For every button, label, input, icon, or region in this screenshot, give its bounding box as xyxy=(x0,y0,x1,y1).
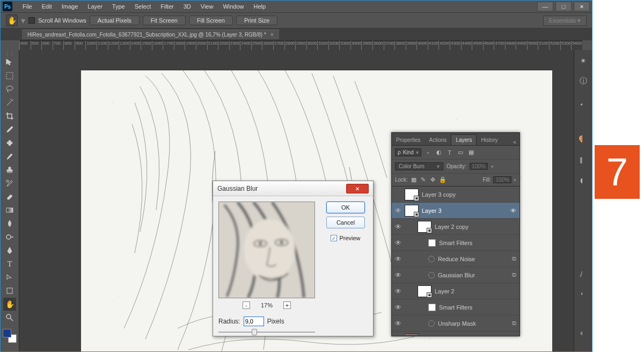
panel-tab-layers[interactable]: Layers xyxy=(451,134,477,145)
toolbar-grip-icon[interactable]: ⋮⋮ xyxy=(5,51,14,55)
lasso-tool-icon[interactable] xyxy=(3,83,16,96)
filter-edit-icon[interactable]: ⧉ xyxy=(512,255,516,262)
lock-pixels-icon[interactable]: ✎ xyxy=(420,176,427,184)
cancel-button[interactable]: Cancel xyxy=(326,217,365,228)
layer-row[interactable]: 👁▣Layer 2 copy xyxy=(392,219,519,235)
layer-row[interactable]: 👁Unsharp Mask⧉ xyxy=(392,315,519,332)
hand-tool-icon[interactable]: ✋ xyxy=(6,15,18,26)
wand-tool-icon[interactable] xyxy=(3,96,16,109)
zoom-out-button[interactable]: - xyxy=(243,301,250,309)
layer-row[interactable]: 👁Smart Filters xyxy=(392,235,519,251)
visibility-toggle-icon[interactable]: 👁 xyxy=(392,320,405,327)
hand-tool[interactable]: ✋ xyxy=(3,298,16,311)
layer-thumbnail[interactable]: ▣ xyxy=(418,221,431,233)
layer-thumbnail[interactable]: ▣ xyxy=(405,189,419,200)
visibility-toggle-icon[interactable]: 👁 xyxy=(392,239,405,247)
close-button[interactable]: × xyxy=(574,2,590,11)
type-tool-icon[interactable]: T xyxy=(3,257,16,270)
visibility-toggle-icon[interactable]: 👁 xyxy=(392,207,405,214)
filter-kind-select[interactable]: ρ Kind ▾ xyxy=(395,148,421,156)
lock-position-icon[interactable]: ✥ xyxy=(429,176,437,184)
lock-all-icon[interactable]: 🔒 xyxy=(439,176,447,184)
gradient-tool-icon[interactable] xyxy=(3,204,16,217)
dialog-preview[interactable] xyxy=(218,202,315,298)
zoom-in-button[interactable]: + xyxy=(283,301,291,309)
filter-edit-icon[interactable]: ⧉ xyxy=(512,271,516,278)
menu-view[interactable]: View xyxy=(196,2,218,11)
layer-name[interactable]: Layer 3 copy xyxy=(422,191,516,198)
document-tab[interactable]: HiRes_andreaxt_Fotolia.com_Fotolia_63677… xyxy=(22,30,279,39)
ok-button[interactable]: OK xyxy=(326,202,365,213)
layer-row[interactable]: 👁▣Layer 3👁 xyxy=(392,203,519,219)
layers-panel[interactable]: PropertiesActionsLayersHistory« ρ Kind ▾… xyxy=(391,132,520,336)
visibility-toggle-icon[interactable]: 👁 xyxy=(392,255,405,263)
preview-checkbox-row[interactable]: ✓ Preview xyxy=(331,235,360,241)
eyedropper-tool-icon[interactable] xyxy=(3,123,16,136)
visibility-icon[interactable]: 👁 xyxy=(510,207,516,214)
radius-input[interactable] xyxy=(244,317,264,326)
lock-transparency-icon[interactable]: ▩ xyxy=(410,176,418,184)
layer-name[interactable]: Reduce Noise xyxy=(438,256,512,262)
layer-row[interactable]: 👁Reduce Noise⧉ xyxy=(392,251,519,267)
panel-close-icon[interactable]: « xyxy=(510,139,519,145)
opacity-field[interactable]: 100% xyxy=(470,163,488,170)
filter-shape-icon[interactable]: ▭ xyxy=(457,149,464,156)
print-size-button[interactable]: Print Size xyxy=(236,16,277,25)
menu-help[interactable]: Help xyxy=(249,2,271,11)
visibility-toggle-icon[interactable]: 👁 xyxy=(392,271,405,279)
fill-screen-button[interactable]: Fill Screen xyxy=(189,16,233,25)
layer-name[interactable]: Smart Filters xyxy=(439,304,516,311)
layer-row[interactable]: 👁▣Layer 2 xyxy=(392,283,519,299)
pen-tool-icon[interactable] xyxy=(3,244,16,257)
stamp-tool-icon[interactable] xyxy=(3,163,16,176)
shape-tool-icon[interactable] xyxy=(3,284,16,297)
panel-tab-history[interactable]: History xyxy=(477,135,502,145)
slider-thumb[interactable] xyxy=(252,329,257,335)
path-select-tool-icon[interactable] xyxy=(3,271,16,284)
layer-row[interactable]: 👁Layer 1 xyxy=(392,332,519,335)
filter-pixel-icon[interactable]: ▫ xyxy=(425,149,432,156)
layer-name[interactable]: Layer 2 copy xyxy=(435,224,516,230)
layer-thumbnail[interactable] xyxy=(405,334,419,335)
layer-row[interactable]: 👁Smart Filters xyxy=(392,299,519,315)
layer-row[interactable]: ▣Layer 3 copy xyxy=(392,186,519,203)
history-brush-tool-icon[interactable] xyxy=(3,177,16,190)
preview-checkbox[interactable]: ✓ xyxy=(331,235,337,241)
visibility-toggle-icon[interactable]: 👁 xyxy=(392,223,405,231)
zoom-tool-icon[interactable] xyxy=(3,311,16,324)
crop-tool-icon[interactable] xyxy=(3,110,16,123)
layer-thumbnail[interactable]: ▣ xyxy=(405,205,419,217)
panel-tab-actions[interactable]: Actions xyxy=(425,135,451,145)
workspace-selector[interactable]: Essentials ▾ xyxy=(543,16,587,26)
move-tool-icon[interactable] xyxy=(3,56,16,69)
visibility-toggle-icon[interactable]: 👁 xyxy=(392,288,405,295)
minimize-button[interactable]: — xyxy=(537,2,553,11)
layer-name[interactable]: Gaussian Blur xyxy=(438,272,512,278)
menu-filter[interactable]: Filter xyxy=(156,2,178,11)
brush-tool-icon[interactable] xyxy=(3,150,16,163)
fill-field[interactable]: 100% xyxy=(493,176,511,183)
menu-file[interactable]: File xyxy=(18,2,37,11)
blend-mode-select[interactable]: Color Burn▾ xyxy=(395,162,443,170)
filter-adjust-icon[interactable]: ◐ xyxy=(435,149,443,156)
foreground-color-swatch[interactable] xyxy=(3,329,11,337)
info-icon[interactable]: ⓘ xyxy=(578,76,589,87)
gaussian-blur-dialog[interactable]: Gaussian Blur × xyxy=(213,181,374,336)
filter-type-icon[interactable]: T xyxy=(446,149,453,156)
layer-name[interactable]: Layer 3 xyxy=(422,207,510,214)
layer-row[interactable]: 👁Gaussian Blur⧉ xyxy=(392,267,519,283)
actual-pixels-button[interactable]: Actual Pixels xyxy=(90,16,140,25)
panel-tab-properties[interactable]: Properties xyxy=(392,135,425,145)
menu-select[interactable]: Select xyxy=(130,2,156,11)
marquee-tool-icon[interactable] xyxy=(3,69,16,82)
menu-3d[interactable]: 3D xyxy=(179,2,196,11)
layer-name[interactable]: Layer 2 xyxy=(435,288,516,294)
menu-type[interactable]: Type xyxy=(107,2,130,11)
layer-thumbnail[interactable]: ▣ xyxy=(418,285,431,297)
filter-smart-icon[interactable]: ▦ xyxy=(467,149,475,156)
dialog-close-button[interactable]: × xyxy=(346,184,369,193)
blur-tool-icon[interactable] xyxy=(3,217,16,230)
dodge-tool-icon[interactable] xyxy=(3,231,16,243)
menu-edit[interactable]: Edit xyxy=(37,2,57,11)
menu-layer[interactable]: Layer xyxy=(83,2,107,11)
